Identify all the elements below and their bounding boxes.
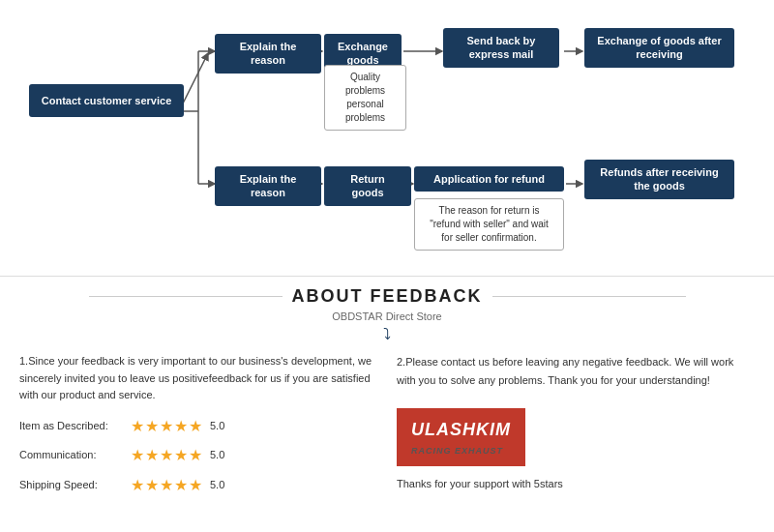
star: ★ bbox=[160, 414, 173, 439]
stars-1: ★ ★ ★ ★ ★ bbox=[131, 414, 202, 439]
rating-score-1: 5.0 bbox=[210, 418, 224, 435]
feedback-line-right bbox=[492, 296, 686, 297]
return-note-box: The reason for return is "refund with se… bbox=[414, 198, 564, 251]
feedback-chevron: ⤵ bbox=[19, 326, 755, 343]
feedback-section: ABOUT FEEDBACK OBDSTAR Direct Store ⤵ 1.… bbox=[0, 276, 774, 517]
rating-label-1: Item as Described: bbox=[19, 418, 126, 435]
flowchart-section: Contact customer service Explain the rea… bbox=[0, 0, 774, 276]
feedback-right: 2.Please contact us before leaving any n… bbox=[397, 353, 755, 503]
feedback-subtitle: OBDSTAR Direct Store bbox=[19, 310, 755, 322]
exchange-after-box: Exchange of goods after receiving bbox=[584, 28, 734, 68]
feedback-line-left bbox=[89, 296, 283, 297]
rating-row-1: Item as Described: ★ ★ ★ ★ ★ 5.0 bbox=[19, 414, 377, 439]
star: ★ bbox=[174, 414, 188, 439]
star: ★ bbox=[160, 473, 173, 498]
star: ★ bbox=[189, 473, 202, 498]
stars-3: ★ ★ ★ ★ ★ bbox=[131, 473, 202, 498]
explain2-box: Explain the reason bbox=[215, 166, 321, 206]
ratings-table: Item as Described: ★ ★ ★ ★ ★ 5.0 Communi… bbox=[19, 414, 377, 498]
quality-note-box: Quality problems personal problems bbox=[324, 65, 406, 131]
rating-label-2: Communication: bbox=[19, 447, 126, 464]
star: ★ bbox=[131, 414, 144, 439]
explain1-box: Explain the reason bbox=[215, 34, 321, 74]
brand-subtitle: RACING EXHAUST bbox=[411, 444, 511, 458]
star: ★ bbox=[145, 473, 159, 498]
brand-name: ULASHKIM bbox=[411, 420, 511, 439]
star: ★ bbox=[189, 443, 202, 468]
flow-container: Contact customer service Explain the rea… bbox=[19, 15, 755, 266]
star: ★ bbox=[174, 473, 188, 498]
rating-row-2: Communication: ★ ★ ★ ★ ★ 5.0 bbox=[19, 443, 377, 468]
star: ★ bbox=[131, 473, 144, 498]
thanks-text: Thanks for your support with 5stars bbox=[397, 476, 755, 493]
application-refund-box: Application for refund bbox=[414, 166, 564, 192]
feedback-title: ABOUT FEEDBACK bbox=[292, 286, 483, 307]
feedback-title-row: ABOUT FEEDBACK bbox=[19, 286, 755, 307]
send-back-box: Send back by express mail bbox=[443, 28, 559, 68]
feedback-right-text: 2.Please contact us before leaving any n… bbox=[397, 353, 755, 389]
star: ★ bbox=[145, 414, 159, 439]
return-goods-box: Return goods bbox=[324, 166, 411, 206]
feedback-content: 1.Since your feedback is very important … bbox=[19, 353, 755, 503]
star: ★ bbox=[131, 443, 144, 468]
feedback-left: 1.Since your feedback is very important … bbox=[19, 353, 377, 503]
rating-label-3: Shipping Speed: bbox=[19, 477, 126, 494]
rating-row-3: Shipping Speed: ★ ★ ★ ★ ★ 5.0 bbox=[19, 473, 377, 498]
rating-score-2: 5.0 bbox=[210, 447, 224, 464]
refunds-after-box: Refunds after receiving the goods bbox=[584, 160, 734, 199]
star: ★ bbox=[145, 443, 159, 468]
brand-logo: ULASHKIM RACING EXHAUST bbox=[397, 408, 525, 465]
star: ★ bbox=[174, 443, 188, 468]
contact-box: Contact customer service bbox=[29, 84, 184, 117]
stars-2: ★ ★ ★ ★ ★ bbox=[131, 443, 202, 468]
feedback-left-text: 1.Since your feedback is very important … bbox=[19, 353, 377, 404]
rating-score-3: 5.0 bbox=[210, 477, 224, 494]
star: ★ bbox=[160, 443, 173, 468]
star: ★ bbox=[189, 414, 202, 439]
